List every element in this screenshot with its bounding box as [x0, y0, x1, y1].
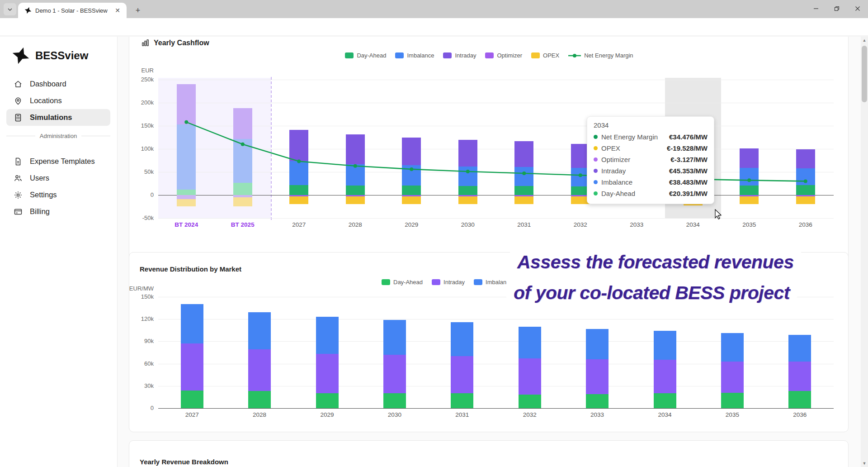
bar-segment-imbalance[interactable] — [788, 335, 811, 362]
y-tick-label: 100k — [126, 145, 154, 152]
x-tick-label: 2036 — [778, 221, 834, 228]
legend-item[interactable]: Day-Ahead — [345, 52, 386, 59]
bar-segment-imbalance[interactable] — [248, 312, 271, 349]
tooltip-series-name: Net Energy Margin — [601, 133, 669, 141]
bar-segment-day-ahead[interactable] — [451, 393, 473, 408]
bar-segment-intraday[interactable] — [316, 354, 339, 393]
sidebar: BESSview Dashboard Locations Simulations… — [0, 37, 118, 467]
axis-unit-label: EUR — [126, 67, 154, 74]
y-tick-label: 200k — [126, 99, 154, 106]
bar-segment-day-ahead[interactable] — [519, 395, 541, 408]
brand[interactable]: BESSview — [12, 47, 88, 65]
tab-list-chevron-icon[interactable] — [4, 3, 16, 15]
bar-segment-imbalance[interactable] — [451, 322, 473, 356]
legend-label: Intraday — [455, 52, 476, 59]
bar-segment-imbalance[interactable] — [721, 333, 744, 361]
sidebar-item-simulations[interactable]: Simulations — [6, 109, 110, 126]
bar-segment-intraday[interactable] — [788, 362, 811, 391]
line-data-point[interactable] — [747, 178, 751, 182]
y-tick-label: 250k — [126, 76, 154, 83]
sidebar-section-administration: Administration — [6, 133, 110, 139]
line-data-point[interactable] — [297, 160, 301, 163]
bar-segment-day-ahead[interactable] — [248, 391, 271, 408]
sidebar-item-users[interactable]: Users — [6, 170, 110, 186]
sidebar-item-locations[interactable]: Locations — [6, 92, 110, 109]
line-data-point[interactable] — [522, 172, 526, 175]
bar-segment-intraday[interactable] — [451, 356, 473, 393]
line-data-point[interactable] — [241, 143, 245, 146]
legend-item[interactable]: Optimizer — [485, 52, 522, 59]
bar-segment-intraday[interactable] — [383, 355, 406, 393]
new-tab-button[interactable]: + — [132, 5, 144, 16]
sidebar-item-expense-templates[interactable]: Expense Templates — [6, 153, 110, 170]
sidebar-item-dashboard[interactable]: Dashboard — [6, 76, 110, 92]
revenue-card-title: Revenue Distribution by Market — [140, 265, 241, 273]
cashflow-chart — [158, 80, 834, 218]
tooltip-title: 2034 — [594, 121, 708, 129]
line-data-point[interactable] — [579, 173, 582, 177]
bar-segment-imbalance[interactable] — [519, 327, 541, 359]
scroll-down-icon[interactable]: ▼ — [861, 460, 868, 467]
x-tick-label: 2029 — [299, 411, 355, 418]
legend-item[interactable]: Intraday — [432, 279, 465, 286]
legend-item[interactable]: Net Energy Margin — [568, 52, 633, 59]
bar-segment-imbalance[interactable] — [654, 331, 676, 360]
bar-segment-day-ahead[interactable] — [788, 391, 811, 408]
bar-segment-intraday[interactable] — [654, 360, 676, 393]
bar-segment-day-ahead[interactable] — [654, 393, 676, 408]
browser-tab[interactable]: Demo 1 - Solar - BESSview ✕ — [18, 3, 127, 18]
bar-segment-day-ahead[interactable] — [383, 393, 406, 408]
bar-segment-imbalance[interactable] — [383, 320, 406, 355]
tab-close-icon[interactable]: ✕ — [113, 7, 122, 14]
bar-segment-imbalance[interactable] — [181, 304, 203, 343]
y-tick-label: 50k — [126, 168, 154, 175]
scrollbar-thumb[interactable] — [862, 46, 867, 102]
sidebar-item-settings[interactable]: Settings — [6, 186, 110, 203]
window-minimize-button[interactable] — [806, 0, 826, 17]
legend-item[interactable]: Imbalance — [395, 52, 434, 59]
bar-segment-intraday[interactable] — [586, 359, 609, 394]
tab-title: Demo 1 - Solar - BESSview — [35, 7, 113, 14]
calculator-icon — [14, 113, 23, 122]
sidebar-item-billing[interactable]: Billing — [6, 203, 110, 220]
bar-segment-day-ahead[interactable] — [316, 393, 339, 408]
bar-segment-intraday[interactable] — [181, 343, 203, 390]
line-data-point[interactable] — [804, 179, 807, 183]
bar-segment-imbalance[interactable] — [316, 317, 339, 354]
axis-unit-label: EUR/MW — [126, 285, 154, 292]
app-content: BESSview Dashboard Locations Simulations… — [0, 37, 861, 467]
brand-name: BESSview — [35, 49, 88, 62]
gridline — [158, 218, 834, 219]
line-data-point[interactable] — [410, 167, 413, 171]
document-icon — [14, 157, 23, 166]
bar-segment-intraday[interactable] — [248, 349, 271, 391]
legend-item[interactable]: Day-Ahead — [382, 279, 423, 286]
legend-swatch — [531, 52, 540, 58]
y-tick-label: 120k — [126, 315, 154, 322]
window-restore-button[interactable] — [826, 0, 847, 17]
bar-segment-intraday[interactable] — [721, 362, 744, 393]
tooltip-series-dot — [594, 169, 598, 173]
x-tick-label: 2033 — [569, 411, 625, 418]
y-tick-label: 0 — [126, 405, 154, 411]
page-scrollbar[interactable]: ▲ ▼ — [861, 37, 868, 467]
window-close-button[interactable] — [847, 0, 868, 17]
y-tick-label: 150k — [126, 293, 154, 300]
line-data-point[interactable] — [354, 164, 357, 168]
bar-segment-imbalance[interactable] — [586, 329, 609, 359]
bar-segment-day-ahead[interactable] — [181, 391, 203, 408]
bar-segment-day-ahead[interactable] — [721, 393, 744, 408]
legend-item[interactable]: OPEX — [531, 52, 559, 59]
line-data-point[interactable] — [184, 120, 188, 124]
browser-tab-strip: Demo 1 - Solar - BESSview ✕ + — [0, 0, 868, 18]
x-tick-label: 2028 — [231, 411, 288, 418]
x-tick-label: 2034 — [665, 221, 721, 228]
gridline — [158, 408, 834, 409]
legend-item[interactable]: Intraday — [443, 52, 476, 59]
gear-icon — [14, 191, 23, 200]
bar-segment-intraday[interactable] — [519, 358, 541, 395]
scroll-up-icon[interactable]: ▲ — [861, 37, 868, 44]
legend-swatch — [485, 52, 494, 58]
bar-segment-day-ahead[interactable] — [586, 394, 609, 408]
line-data-point[interactable] — [466, 170, 470, 173]
